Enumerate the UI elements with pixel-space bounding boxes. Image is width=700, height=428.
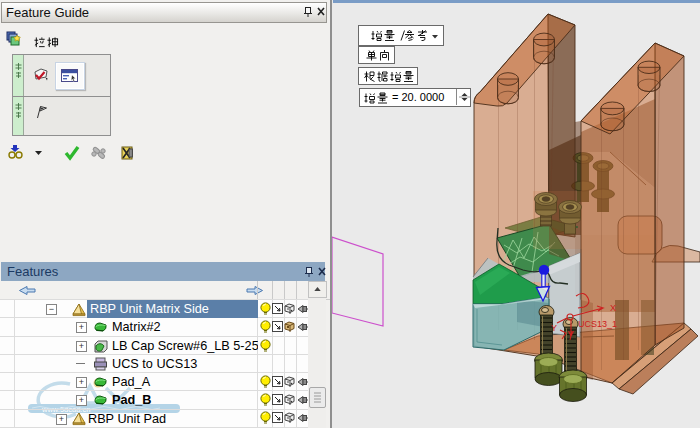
svg-text:UCS13_1: UCS13_1 bbox=[578, 319, 617, 329]
svg-text:X: X bbox=[610, 303, 616, 313]
svg-text:Y: Y bbox=[551, 323, 557, 333]
